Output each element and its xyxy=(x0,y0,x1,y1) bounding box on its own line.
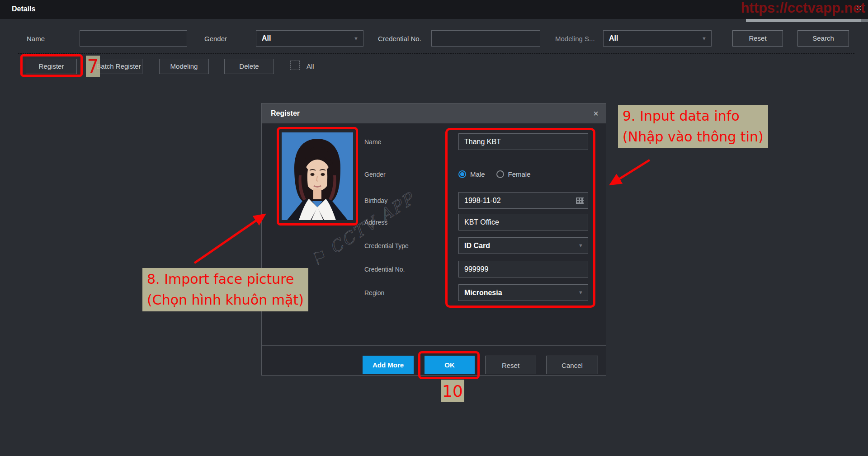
filter-modeling-value: All xyxy=(609,31,618,46)
flag-icon: ⚑ xyxy=(307,245,331,270)
chevron-down-icon: ▼ xyxy=(578,238,583,254)
dialog-close-icon[interactable]: × xyxy=(593,103,599,123)
credential-no-input[interactable]: 999999 xyxy=(458,261,588,277)
annotation-step-9: 9. Input data info (Nhập vào thông tin) xyxy=(618,105,768,148)
face-photo[interactable] xyxy=(282,132,353,220)
register-button[interactable]: Register xyxy=(26,59,77,74)
search-button[interactable]: Search xyxy=(797,30,849,47)
filter-gender-select[interactable]: All ▼ xyxy=(256,30,363,47)
female-radio[interactable] xyxy=(496,170,504,178)
dialog-footer-separator xyxy=(262,345,606,346)
annotation-step-10: 10 xyxy=(441,380,464,402)
arrow-to-photo xyxy=(194,215,264,263)
address-value: KBT Office xyxy=(464,218,499,226)
annotation-step-8: 8. Import face picture (Chọn hình khuôn … xyxy=(142,268,308,311)
region-select[interactable]: Micronesia ▼ xyxy=(458,284,588,301)
ok-button[interactable]: OK xyxy=(425,356,475,374)
annotation-step-7: 7 xyxy=(86,56,100,77)
calendar-icon[interactable] xyxy=(576,197,584,204)
region-label: Region xyxy=(364,289,458,296)
filter-credential-input[interactable] xyxy=(431,30,540,47)
dialog-title: Register xyxy=(271,103,300,123)
add-more-button[interactable]: Add More xyxy=(363,356,414,374)
address-row: Address KBT Office xyxy=(364,214,588,230)
chevron-down-icon: ▼ xyxy=(578,285,583,301)
annotation-step-9-line2: (Nhập vào thông tin) xyxy=(623,127,764,147)
filter-name-label: Name xyxy=(27,35,45,42)
reset-button[interactable]: Reset xyxy=(732,30,783,47)
annotation-step-9-line1: 9. Input data info xyxy=(623,106,764,127)
chevron-down-icon: ▼ xyxy=(702,31,707,46)
annotation-step-8-line2: (Chọn hình khuôn mặt) xyxy=(147,290,304,310)
name-input[interactable]: Thang KBT xyxy=(458,133,588,150)
credential-type-label: Credential Type xyxy=(364,242,458,249)
address-input[interactable]: KBT Office xyxy=(458,214,588,230)
arrow-to-inputs xyxy=(611,160,650,184)
register-dialog: Register × ⚑ CCTV xyxy=(261,103,606,376)
credential-no-value: 999999 xyxy=(464,265,488,273)
app-window: { "window": { "title": "Details", "water… xyxy=(0,0,868,456)
cancel-button[interactable]: Cancel xyxy=(546,356,598,374)
page-title: Details xyxy=(12,5,35,13)
url-watermark: https://cctvapp.net xyxy=(741,0,865,16)
region-value: Micronesia xyxy=(464,289,502,297)
credential-type-value: ID Card xyxy=(464,242,490,250)
credential-type-row: Credential Type ID Card ▼ xyxy=(364,237,588,254)
chevron-down-icon: ▼ xyxy=(354,31,359,46)
delete-button[interactable]: Delete xyxy=(224,59,274,74)
select-all-label: All xyxy=(307,62,314,70)
male-radio-label: Male xyxy=(470,170,485,178)
birthday-label: Birthday xyxy=(364,197,458,204)
name-row: Name Thang KBT xyxy=(364,133,588,150)
filter-name-input[interactable] xyxy=(80,30,187,47)
filter-modeling-label: Modeling S... xyxy=(555,35,595,42)
scrollbar-end-cap[interactable] xyxy=(861,19,868,22)
gender-label: Gender xyxy=(364,171,458,178)
female-radio-label: Female xyxy=(508,170,531,178)
filter-gender-value: All xyxy=(262,31,271,46)
credential-no-label: Credential No. xyxy=(364,266,458,273)
region-row: Region Micronesia ▼ xyxy=(364,284,588,301)
face-photo-image xyxy=(282,132,353,220)
name-label: Name xyxy=(364,138,458,146)
name-value: Thang KBT xyxy=(464,138,501,146)
male-radio[interactable] xyxy=(458,170,466,178)
annotation-step-8-line1: 8. Import face picture xyxy=(147,269,304,290)
birthday-row: Birthday 1998-11-02 xyxy=(364,192,588,209)
modeling-button[interactable]: Modeling xyxy=(159,59,209,74)
birthday-input[interactable]: 1998-11-02 xyxy=(458,192,588,209)
select-all-checkbox[interactable] xyxy=(290,61,300,70)
address-label: Address xyxy=(364,219,458,226)
horizontal-scrollbar[interactable] xyxy=(746,19,868,22)
gender-row: Gender Male Female xyxy=(364,166,588,183)
filter-gender-label: Gender xyxy=(204,35,227,42)
dialog-header[interactable]: Register × xyxy=(262,103,606,123)
credential-no-row: Credential No. 999999 xyxy=(364,261,588,277)
title-bar: Details × xyxy=(0,0,868,19)
filter-modeling-select[interactable]: All ▼ xyxy=(603,30,712,47)
birthday-value: 1998-11-02 xyxy=(464,197,501,205)
separator xyxy=(18,53,854,54)
filter-credential-label: Credential No. xyxy=(378,35,421,42)
batch-register-button[interactable]: Batch Register xyxy=(95,59,142,74)
credential-type-select[interactable]: ID Card ▼ xyxy=(458,237,588,254)
dialog-reset-button[interactable]: Reset xyxy=(485,356,536,374)
